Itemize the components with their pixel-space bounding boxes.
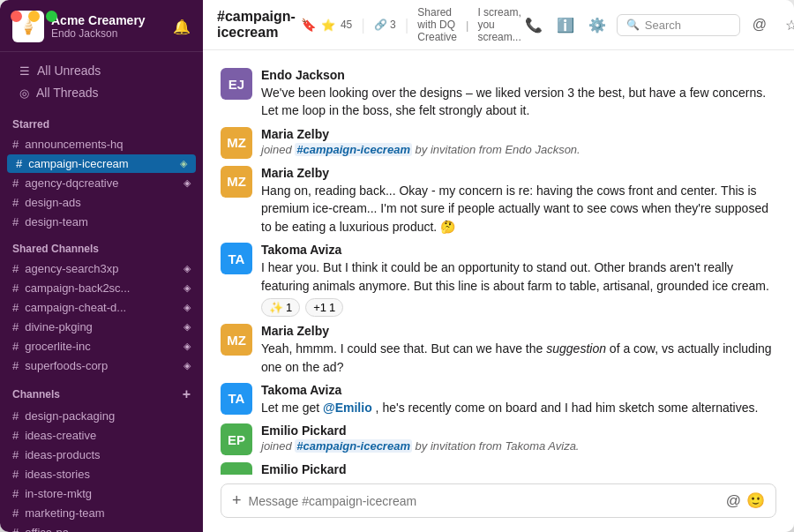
- message-author: Takoma Aviza: [261, 243, 341, 257]
- channel-office-pa[interactable]: # office-pa: [0, 523, 203, 532]
- channel-name: superfoods-corp: [25, 359, 108, 372]
- avatar: EP: [221, 423, 252, 455]
- message-header: Emilio Pickard: [261, 423, 776, 438]
- search-box[interactable]: 🔍 Search: [617, 14, 740, 36]
- shared-icon: ◈: [184, 321, 191, 333]
- message-body: Takoma Aviza Let me get @Emilio , he's r…: [261, 383, 776, 416]
- channel-badge: ◈: [180, 158, 187, 169]
- message-header: Maria Zelby: [261, 324, 776, 338]
- hash-icon: #: [12, 526, 19, 532]
- channel-campaign-icecream-active[interactable]: # campaign-icecream ◈: [7, 154, 196, 173]
- link-count: 3: [390, 19, 396, 31]
- bookmark-icon: 🔖: [301, 18, 316, 32]
- input-actions: @ 🙂: [726, 491, 765, 510]
- channel-divine-pkging[interactable]: # divine-pkging ◈: [0, 318, 203, 336]
- channel-campaign-back2sc[interactable]: # campaign-back2sc... ◈: [0, 279, 203, 297]
- search-label: Search: [645, 19, 681, 32]
- channel-title: #campaign-icecream: [217, 9, 296, 41]
- hash-icon: #: [12, 176, 19, 190]
- channel-name: campaign-back2sc...: [25, 281, 130, 295]
- message-body: Endo Jackson We've been looking over the…: [261, 68, 776, 120]
- star-count-item: 45: [341, 19, 352, 31]
- shared-channels-section: Shared Channels # agency-search3xp ◈ # c…: [0, 236, 203, 379]
- hash-icon: #: [12, 301, 19, 314]
- channel-name: ideas-products: [25, 448, 100, 461]
- at-button[interactable]: @: [747, 12, 772, 37]
- channel-ideas-creative[interactable]: # ideas-creative: [0, 426, 203, 445]
- divider: |: [361, 16, 365, 34]
- message-emilio-1: EP Emilio Pickard 👋 Hi all! Okay, so I w…: [203, 459, 794, 475]
- hash-icon: #: [12, 340, 19, 353]
- message-author: Maria Zelby: [261, 166, 329, 180]
- hash-icon: #: [12, 506, 19, 520]
- divider: |: [405, 16, 409, 34]
- reaction-sparkle[interactable]: ✨ 1: [261, 298, 300, 317]
- at-mention-button[interactable]: @: [726, 492, 741, 510]
- avatar: EP: [221, 462, 252, 475]
- channel-ideas-stories[interactable]: # ideas-stories: [0, 465, 203, 483]
- message-author: Endo Jackson: [261, 68, 345, 82]
- shared-channels-label: Shared Channels: [12, 243, 99, 255]
- avatar: EJ: [221, 68, 252, 100]
- channel-name: announcements-hq: [25, 138, 123, 151]
- channel-design-packaging[interactable]: # design-packaging: [0, 407, 203, 425]
- channel-design-team[interactable]: # design-team: [0, 213, 203, 231]
- channel-in-store-mktg[interactable]: # in-store-mktg: [0, 484, 203, 503]
- shared-icon: ◈: [184, 341, 191, 352]
- workspace-user: Endo Jackson: [51, 27, 146, 40]
- sidebar-item-all-unreads[interactable]: ☰ All Unreads: [7, 60, 196, 81]
- channel-name: ideas-creative: [25, 429, 96, 442]
- add-channel-button[interactable]: +: [183, 386, 191, 402]
- message-input-area: + @ 🙂: [203, 475, 794, 532]
- message-author: Emilio Pickard: [261, 423, 346, 438]
- message-body: Maria Zelby Hang on, reading back... Oka…: [261, 166, 776, 236]
- channel-announcements-hq[interactable]: # announcements-hq: [0, 135, 203, 154]
- minimize-button[interactable]: [28, 11, 40, 22]
- channel-name: grocerlite-inc: [25, 340, 90, 353]
- emoji-button[interactable]: 🙂: [746, 491, 765, 510]
- bell-icon[interactable]: 🔔: [173, 19, 191, 35]
- message-body: Takoma Aviza I hear you. But I think it …: [261, 243, 776, 317]
- info-button[interactable]: ℹ️: [553, 12, 578, 37]
- search-icon: 🔍: [626, 19, 640, 31]
- channel-title-section: #campaign-icecream 🔖 ⭐ 45 | 🔗 3 | Shared…: [217, 6, 521, 43]
- message-body: Emilio Pickard 👋 Hi all! Okay, so I was …: [261, 462, 776, 475]
- message-text: Let me get @Emilio , he's recently come …: [261, 399, 776, 416]
- avatar: MZ: [221, 127, 252, 159]
- channel-design-ads[interactable]: # design-ads: [0, 193, 203, 212]
- channel-campaign-cheat-d[interactable]: # campaign-cheat-d... ◈: [0, 298, 203, 317]
- channel-superfoods-corp[interactable]: # superfoods-corp ◈: [0, 356, 203, 375]
- app-window: 🍦 Acme Creamery Endo Jackson 🔔 ☰ All Unr…: [0, 0, 794, 532]
- shared-icon: ◈: [184, 360, 191, 371]
- hash-icon: #: [12, 320, 19, 333]
- shared-badge-icon: ◈: [180, 158, 187, 169]
- settings-button[interactable]: ⚙️: [585, 12, 610, 37]
- starred-label: Starred: [12, 118, 49, 131]
- message-maria-2: MZ Maria Zelby Yeah, hmmm. I could see t…: [203, 320, 794, 379]
- channels-label: Channels: [12, 388, 60, 401]
- hash-icon: #: [12, 215, 19, 229]
- channel-name: agency-dqcreative: [25, 176, 118, 190]
- phone-button[interactable]: 📞: [521, 12, 546, 37]
- sidebar-item-all-threads[interactable]: ◎ All Threads: [7, 82, 196, 103]
- message-header: Takoma Aviza: [261, 383, 776, 397]
- channel-badge: ◈: [184, 177, 191, 189]
- maximize-button[interactable]: [46, 11, 57, 22]
- channel-marketing-team[interactable]: # marketing-team: [0, 504, 203, 522]
- avatar: TA: [221, 243, 252, 274]
- channel-preview: I scream, you scream...: [477, 6, 521, 43]
- channel-name: design-team: [25, 215, 88, 229]
- channel-grocerlite-inc[interactable]: # grocerlite-inc ◈: [0, 337, 203, 356]
- message-endo-1: EJ Endo Jackson We've been looking over …: [203, 64, 794, 124]
- message-maria-joined: MZ Maria Zelby joined #campaign-icecream…: [203, 124, 794, 162]
- channel-agency-search3xp[interactable]: # agency-search3xp ◈: [0, 259, 203, 278]
- channel-agency-dqcreative[interactable]: # agency-dqcreative ◈: [0, 174, 203, 192]
- star-count: 45: [341, 19, 352, 31]
- reaction-thumbsup[interactable]: +1 1: [305, 298, 343, 317]
- close-button[interactable]: [11, 11, 22, 22]
- add-attachment-button[interactable]: +: [232, 491, 242, 510]
- message-input[interactable]: [249, 494, 719, 508]
- joined-notice: joined #campaign-icecream by invitation …: [261, 439, 776, 453]
- channel-ideas-products[interactable]: # ideas-products: [0, 446, 203, 464]
- star-button[interactable]: ☆: [779, 12, 794, 37]
